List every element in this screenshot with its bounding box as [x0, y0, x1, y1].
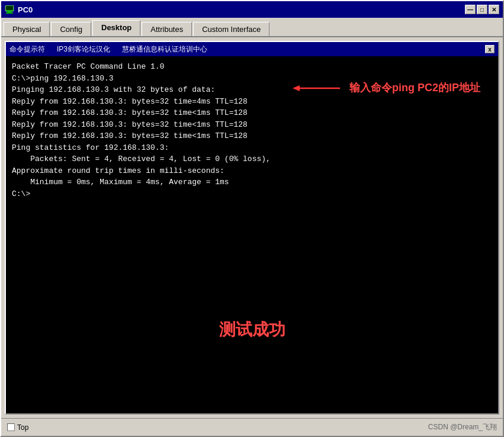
minimize-button[interactable]: — — [465, 5, 476, 14]
close-button[interactable]: ✕ — [489, 5, 499, 14]
cmd-title-bar: 命令提示符 IP3剑客论坛汉化 慧桥通信息科认证培训中心 x — [6, 42, 498, 56]
cmd-title-3: 慧桥通信息科认证培训中心 — [122, 44, 207, 54]
bottom-left: Top — [7, 423, 28, 432]
cmd-body[interactable]: Packet Tracer PC Command Line 1.0C:\>pin… — [6, 56, 498, 413]
success-text: 测试成功 — [219, 317, 285, 342]
title-bar: PC0 — □ ✕ — [1, 1, 503, 18]
tab-bar: Physical Config Desktop Attributes Custo… — [1, 18, 503, 37]
cmd-line: Ping statistics for 192.168.130.3: — [12, 142, 492, 154]
cmd-line: Reply from 192.168.130.3: bytes=32 time<… — [12, 119, 492, 131]
title-bar-left: PC0 — [5, 5, 33, 14]
cmd-line: Packets: Sent = 4, Received = 4, Lost = … — [12, 153, 492, 165]
bottom-bar: Top CSDN @Dream_飞翔 — [1, 418, 503, 436]
svg-rect-3 — [6, 6, 13, 10]
window-title: PC0 — [18, 5, 33, 14]
cmd-line: Approximate round trip times in milli-se… — [12, 165, 492, 177]
cmd-close-button[interactable]: x — [485, 45, 495, 53]
arrow-annotation: 输入命令ping PC2的IP地址 — [293, 80, 480, 96]
tab-desktop[interactable]: Desktop — [92, 20, 140, 36]
content-area: 命令提示符 IP3剑客论坛汉化 慧桥通信息科认证培训中心 x Packet Tr… — [1, 37, 503, 418]
tab-custom-interface[interactable]: Custom Interface — [193, 22, 269, 36]
main-window: PC0 — □ ✕ Physical Config Desktop Attrib… — [0, 0, 504, 437]
tab-physical[interactable]: Physical — [4, 22, 50, 36]
svg-rect-1 — [7, 11, 12, 12]
watermark: CSDN @Dream_飞翔 — [428, 422, 497, 432]
cmd-line: Reply from 192.168.130.3: bytes=32 time=… — [12, 96, 492, 108]
cmd-line: Reply from 192.168.130.3: bytes=32 time<… — [12, 130, 492, 142]
cmd-line: C:\> — [12, 188, 492, 200]
tab-config[interactable]: Config — [51, 22, 91, 36]
annotation-text: 输入命令ping PC2的IP地址 — [349, 80, 480, 96]
title-controls: — □ ✕ — [465, 5, 499, 14]
top-checkbox-item[interactable]: Top — [7, 423, 28, 432]
tab-attributes[interactable]: Attributes — [142, 22, 192, 36]
cmd-line: Minimum = 0ms, Maximum = 4ms, Average = … — [12, 176, 492, 188]
cmd-title-1: 命令提示符 — [9, 44, 45, 54]
cmd-line: Reply from 192.168.130.3: bytes=32 time<… — [12, 107, 492, 119]
cmd-line: Packet Tracer PC Command Line 1.0 — [12, 61, 492, 73]
arrow-container — [293, 82, 346, 94]
cmd-window: 命令提示符 IP3剑客论坛汉化 慧桥通信息科认证培训中心 x Packet Tr… — [5, 41, 499, 414]
svg-rect-2 — [6, 12, 13, 14]
top-checkbox[interactable] — [7, 423, 15, 431]
top-label: Top — [17, 423, 28, 432]
svg-marker-5 — [293, 85, 300, 91]
maximize-button[interactable]: □ — [477, 5, 487, 14]
arrow-svg — [293, 82, 346, 94]
cmd-title-2: IP3剑客论坛汉化 — [57, 44, 110, 54]
pc-icon — [5, 5, 14, 14]
cmd-title-text: 命令提示符 IP3剑客论坛汉化 慧桥通信息科认证培训中心 — [9, 44, 207, 54]
